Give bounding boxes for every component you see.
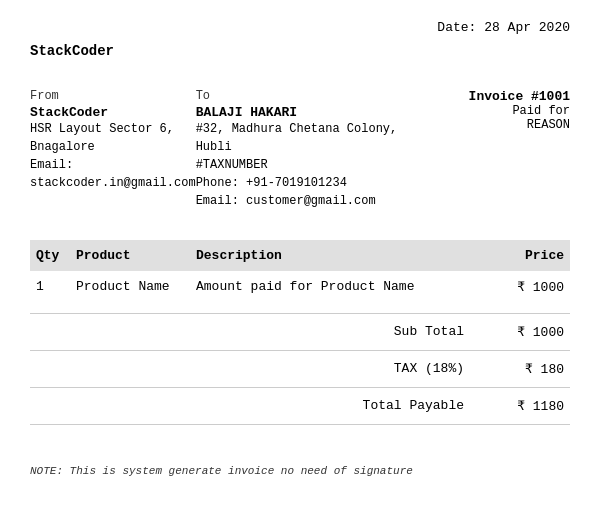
to-email: Email: customer@gmail.com xyxy=(196,192,421,210)
from-company-name: StackCoder xyxy=(30,105,196,120)
to-client-name: BALAJI HAKARI xyxy=(196,105,421,120)
invoice-section: Invoice #1001 Paid for REASON xyxy=(420,89,570,210)
date-label: Date: xyxy=(437,20,476,35)
table-row: 1Product NameAmount paid for Product Nam… xyxy=(30,271,570,303)
total-value: ₹ 1180 xyxy=(484,398,564,414)
date-value: 28 Apr 2020 xyxy=(484,20,570,35)
invoice-table: Qty Product Description Price 1Product N… xyxy=(30,240,570,303)
cell-product: Product Name xyxy=(70,271,190,303)
from-email: stackcoder.in@gmail.com xyxy=(30,174,196,192)
col-header-product: Product xyxy=(70,240,190,271)
to-address-line1: #32, Madhura Chetana Colony, xyxy=(196,120,421,138)
cell-description: Amount paid for Product Name xyxy=(190,271,490,303)
invoice-date: Date: 28 Apr 2020 xyxy=(30,20,570,35)
from-email-label: Email: xyxy=(30,156,196,174)
subtotal-label: Sub Total xyxy=(304,324,484,340)
from-address-line2: Bnagalore xyxy=(30,138,196,156)
invoice-status-line2: REASON xyxy=(420,118,570,132)
cell-qty: 1 xyxy=(30,271,70,303)
to-address-line2: Hubli xyxy=(196,138,421,156)
to-section: To BALAJI HAKARI #32, Madhura Chetana Co… xyxy=(196,89,421,210)
cell-price: ₹ 1000 xyxy=(490,271,570,303)
tax-label: TAX (18%) xyxy=(304,361,484,377)
tax-value: ₹ 180 xyxy=(484,361,564,377)
subtotal-row: Sub Total ₹ 1000 xyxy=(30,318,570,346)
col-header-description: Description xyxy=(190,240,490,271)
total-label: Total Payable xyxy=(304,398,484,414)
to-label: To xyxy=(196,89,421,103)
from-address-line1: HSR Layout Sector 6, xyxy=(30,120,196,138)
company-name-top: StackCoder xyxy=(30,43,570,59)
tax-row: TAX (18%) ₹ 180 xyxy=(30,355,570,383)
to-tax-number: #TAXNUMBER xyxy=(196,156,421,174)
table-header-row: Qty Product Description Price xyxy=(30,240,570,271)
info-section: From StackCoder HSR Layout Sector 6, Bna… xyxy=(30,89,570,210)
subtotal-value: ₹ 1000 xyxy=(484,324,564,340)
from-label: From xyxy=(30,89,196,103)
footer-note: NOTE: This is system generate invoice no… xyxy=(30,465,570,477)
invoice-status-line1: Paid for xyxy=(420,104,570,118)
invoice-number: Invoice #1001 xyxy=(420,89,570,104)
to-phone: Phone: +91-7019101234 xyxy=(196,174,421,192)
totals-section: Sub Total ₹ 1000 TAX (18%) ₹ 180 Total P… xyxy=(30,313,570,425)
col-header-qty: Qty xyxy=(30,240,70,271)
col-header-price: Price xyxy=(490,240,570,271)
from-section: From StackCoder HSR Layout Sector 6, Bna… xyxy=(30,89,196,210)
total-payable-row: Total Payable ₹ 1180 xyxy=(30,392,570,420)
